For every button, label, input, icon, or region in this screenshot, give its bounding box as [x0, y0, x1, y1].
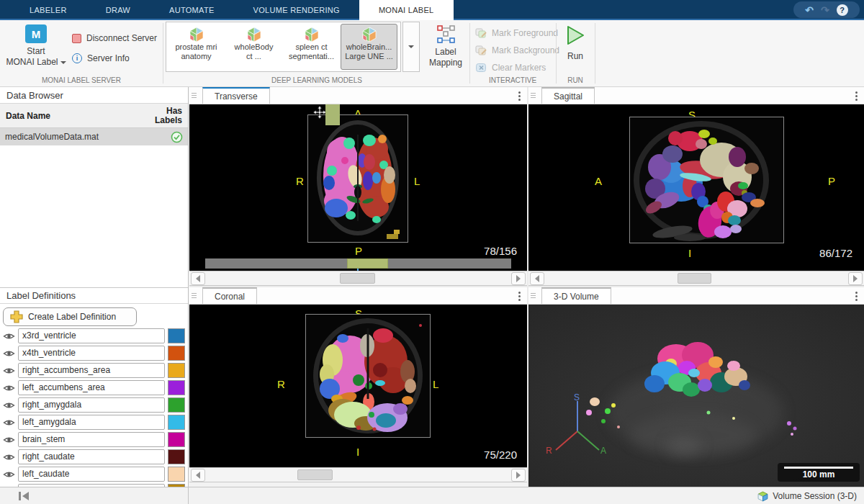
label-row[interactable]: right_accumbens_area — [3, 363, 188, 378]
label-row[interactable]: brain_stem — [3, 432, 188, 447]
label-name-field[interactable]: x3rd_ventricle — [18, 328, 165, 343]
label-name-field[interactable]: right_amygdala — [18, 397, 165, 413]
label-color-swatch[interactable] — [168, 380, 185, 395]
column-data-name[interactable]: Data Name — [6, 111, 50, 121]
disconnect-server-button[interactable]: Disconnect Server — [72, 33, 157, 43]
pane-grip-icon[interactable] — [531, 93, 536, 98]
transverse-hscrollbar[interactable] — [189, 271, 527, 286]
help-icon[interactable]: ? — [837, 4, 848, 16]
redo-icon[interactable]: ↷ — [821, 5, 829, 15]
sagittal-tab[interactable]: Sagittal — [541, 87, 595, 104]
scroll-thumb[interactable] — [678, 273, 711, 284]
coronal-viewport[interactable]: S R L I 75/220 — [189, 305, 527, 467]
label-row[interactable]: left_caudate — [3, 467, 188, 482]
visibility-eye-icon[interactable] — [3, 401, 15, 410]
orientation-label-bottom: I — [688, 247, 691, 259]
pane-menu-icon[interactable] — [855, 292, 858, 301]
model-wholebrain-large-unet[interactable]: wholeBrain... Large UNE ... — [341, 24, 397, 70]
scroll-right-button[interactable] — [511, 469, 526, 482]
pane-menu-icon[interactable] — [518, 91, 521, 101]
label-name-field[interactable]: brain_stem — [18, 432, 165, 447]
model-prostate-mri-anatomy[interactable]: prostate mri anatomy — [168, 24, 225, 70]
model-wholebody-ct[interactable]: wholeBody ct ... — [225, 24, 282, 70]
mark-foreground-button[interactable]: Mark Foreground — [475, 27, 558, 39]
coronal-tab[interactable]: Coronal — [202, 287, 257, 304]
clear-markers-button[interactable]: Clear Markers — [475, 62, 546, 73]
visibility-eye-icon[interactable] — [3, 384, 15, 392]
scroll-right-button[interactable] — [848, 272, 863, 285]
scroll-thumb[interactable] — [340, 273, 375, 284]
visibility-eye-icon[interactable] — [3, 366, 15, 375]
visibility-eye-icon[interactable] — [3, 418, 15, 427]
gallery-expand-button[interactable] — [402, 22, 420, 72]
axis-label-right: R — [546, 446, 552, 456]
visibility-eye-icon[interactable] — [3, 436, 15, 444]
tab-draw[interactable]: DRAW — [86, 0, 150, 20]
label-color-swatch[interactable] — [168, 346, 185, 361]
volume3d-pane-header: 3-D Volume — [528, 287, 864, 305]
visibility-eye-icon[interactable] — [3, 332, 15, 341]
label-row[interactable]: left_accumbens_area — [3, 380, 188, 395]
model-gallery: prostate mri anatomy wholeBody ct ... — [166, 22, 401, 72]
tab-volume-rendering[interactable]: VOLUME RENDERING — [234, 0, 359, 20]
transverse-tab[interactable]: Transverse — [202, 87, 270, 104]
visibility-eye-icon[interactable] — [3, 453, 15, 462]
undo-icon[interactable]: ↶ — [805, 5, 814, 15]
sagittal-viewport[interactable]: S A P I 86/172 — [528, 104, 864, 271]
label-color-swatch[interactable] — [168, 449, 185, 464]
visibility-eye-icon[interactable] — [3, 349, 15, 358]
column-has-labels[interactable]: Has Labels — [155, 107, 182, 125]
scroll-right-button[interactable] — [511, 272, 526, 285]
pane-grip-icon[interactable] — [192, 293, 197, 298]
scroll-left-button[interactable] — [530, 272, 544, 285]
scroll-left-button[interactable] — [191, 272, 205, 285]
label-row[interactable]: right_caudate — [3, 449, 188, 464]
sagittal-hscrollbar[interactable] — [528, 271, 864, 286]
volume3d-viewport[interactable]: S R A 100 mm — [528, 305, 864, 487]
coronal-brain-image — [305, 314, 431, 438]
pane-grip-icon[interactable] — [192, 93, 197, 98]
tab-labeler[interactable]: LABELER — [10, 0, 86, 20]
label-color-swatch[interactable] — [168, 415, 185, 430]
label-color-swatch[interactable] — [168, 397, 185, 413]
pane-grip-icon[interactable] — [531, 293, 536, 298]
tab-automate[interactable]: AUTOMATE — [150, 0, 234, 20]
label-name-field[interactable]: left_accumbens_area — [18, 380, 165, 395]
chevron-down-icon — [408, 45, 414, 48]
label-name-field[interactable]: right_caudate — [18, 449, 165, 464]
label-row[interactable]: x3rd_ventricle — [3, 328, 188, 343]
label-color-swatch[interactable] — [168, 363, 185, 378]
coronal-hscrollbar[interactable] — [189, 467, 527, 482]
label-color-swatch[interactable] — [168, 467, 185, 482]
pane-menu-icon[interactable] — [855, 91, 858, 101]
tab-monai-label[interactable]: MONAI LABEL — [359, 0, 454, 20]
server-info-button[interactable]: i Server Info — [72, 53, 130, 63]
model-spleen-ct-segmentation[interactable]: spleen ct segmentati... — [283, 24, 340, 70]
label-color-swatch[interactable] — [168, 328, 185, 343]
data-row-medicalvolumedata[interactable]: medicalVolumeData.mat — [0, 128, 188, 145]
label-mapping-button[interactable]: Label Mapping — [423, 24, 468, 72]
scroll-to-start-icon[interactable] — [17, 491, 30, 501]
label-color-swatch[interactable] — [168, 432, 185, 447]
mark-background-button[interactable]: Mark Background — [475, 45, 559, 56]
create-label-definition-button[interactable]: Create Label Definition — [3, 307, 137, 326]
scroll-thumb[interactable] — [297, 469, 333, 480]
transverse-viewport[interactable]: A R L P 78/156 — [189, 104, 527, 271]
run-button[interactable]: Run — [559, 24, 592, 72]
label-name-field[interactable]: left_amygdala — [18, 415, 165, 430]
section-label-interactive: INTERACTIVE — [471, 75, 554, 86]
label-row[interactable]: left_amygdala — [3, 415, 188, 430]
pane-menu-icon[interactable] — [518, 292, 521, 301]
volume3d-tab[interactable]: 3-D Volume — [541, 287, 611, 304]
label-name-field[interactable]: left_caudate — [18, 467, 165, 482]
label-row[interactable]: right_amygdala — [3, 397, 188, 413]
visibility-eye-icon[interactable] — [3, 470, 15, 479]
left-panel-hscrollbar[interactable] — [0, 487, 189, 504]
scroll-left-button[interactable] — [191, 469, 205, 482]
vertical-splitter[interactable] — [527, 87, 528, 487]
slice-slider-thumb[interactable] — [347, 258, 388, 269]
label-row[interactable]: x4th_ventricle — [3, 346, 188, 361]
label-name-field[interactable]: x4th_ventricle — [18, 346, 165, 361]
start-monai-label-button[interactable]: M Start MONAI Label — [3, 24, 69, 72]
label-name-field[interactable]: right_accumbens_area — [18, 363, 165, 378]
